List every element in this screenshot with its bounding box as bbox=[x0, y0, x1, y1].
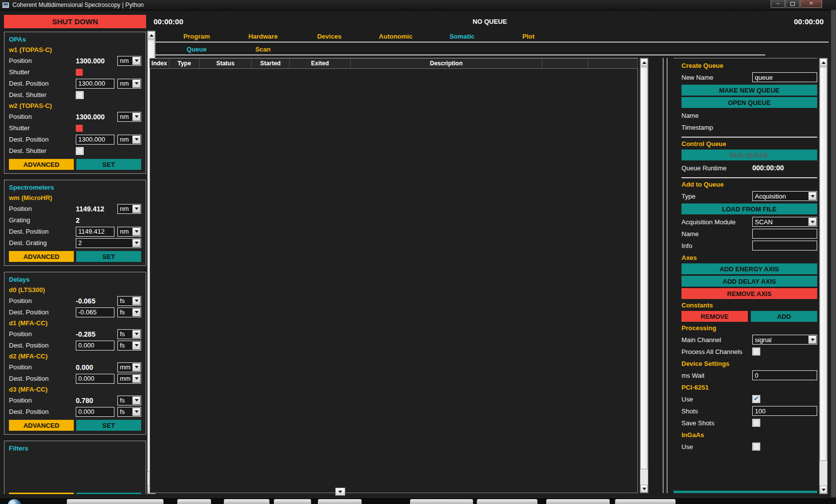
queue-table-body[interactable] bbox=[150, 69, 638, 493]
wm-microhr-dest-position-units-select[interactable]: nm bbox=[117, 227, 141, 237]
save-shots-checkbox[interactable] bbox=[752, 419, 760, 427]
spectrometers-set-button[interactable]: SET bbox=[76, 251, 141, 262]
d2-mfa-cc-position-units-select[interactable]: mm bbox=[117, 362, 141, 372]
tab-devices[interactable]: Devices bbox=[296, 31, 363, 42]
delays-advanced-button[interactable]: ADVANCED bbox=[9, 420, 74, 431]
main-channel-select[interactable]: signal bbox=[752, 335, 817, 345]
d0-lts300-position-units-select[interactable]: fs bbox=[117, 296, 141, 306]
chevron-down-icon[interactable] bbox=[132, 363, 140, 371]
d1-mfa-cc-dest-position-input[interactable] bbox=[76, 341, 114, 351]
column-header-description[interactable]: Description bbox=[351, 58, 542, 69]
d1-mfa-cc-dest-position-units-select[interactable]: fs bbox=[117, 341, 141, 351]
w1-topas-c-dest-position-units-select[interactable]: nm bbox=[117, 79, 141, 89]
use-checkbox[interactable] bbox=[752, 395, 760, 403]
restore-icon[interactable] bbox=[785, 0, 800, 8]
close-icon[interactable]: ✕ bbox=[800, 0, 822, 8]
column-header-exited[interactable]: Exited bbox=[290, 58, 351, 69]
taskbar-button[interactable] bbox=[546, 499, 610, 504]
w2-topas-c-dest-position-input[interactable] bbox=[76, 135, 114, 145]
w1-topas-c-dest-shutter-checkbox[interactable] bbox=[76, 91, 84, 99]
column-header-blank[interactable] bbox=[542, 58, 588, 69]
load-from-file-button[interactable]: LOAD FROM FILE bbox=[681, 203, 817, 214]
chevron-down-icon[interactable] bbox=[808, 192, 816, 200]
chevron-down-icon[interactable] bbox=[132, 205, 140, 213]
shots-input[interactable] bbox=[752, 406, 817, 416]
remove-button[interactable]: REMOVE bbox=[681, 311, 748, 322]
taskbar-button[interactable] bbox=[177, 499, 211, 504]
chevron-down-icon[interactable] bbox=[132, 57, 140, 65]
wm-microhr-position-units-select[interactable]: nm bbox=[117, 204, 141, 214]
tab-autonomic[interactable]: Autonomic bbox=[363, 31, 429, 42]
taskbar-button[interactable] bbox=[477, 499, 537, 504]
add-delay-axis-button[interactable]: ADD DELAY AXIS bbox=[681, 276, 817, 287]
column-header-status[interactable]: Status bbox=[200, 58, 252, 69]
column-header-started[interactable]: Started bbox=[252, 58, 290, 69]
chevron-down-icon[interactable] bbox=[808, 218, 816, 226]
make-new-queue-button[interactable]: MAKE NEW QUEUE bbox=[681, 85, 817, 96]
spectrometers-advanced-button[interactable]: ADVANCED bbox=[9, 251, 74, 262]
chevron-down-icon[interactable] bbox=[132, 80, 140, 88]
start-button[interactable] bbox=[7, 499, 22, 504]
new-name-input[interactable] bbox=[752, 72, 817, 82]
open-queue-button[interactable]: OPEN QUEUE bbox=[681, 97, 817, 108]
w1-topas-c-position-units-select[interactable]: nm bbox=[117, 56, 141, 66]
wm-microhr-dest-position-input[interactable] bbox=[76, 227, 114, 237]
chevron-down-icon[interactable] bbox=[132, 113, 140, 121]
d1-mfa-cc-position-units-select[interactable]: fs bbox=[117, 329, 141, 339]
scrollbar-down-button[interactable] bbox=[820, 486, 827, 494]
taskbar-button[interactable] bbox=[410, 499, 473, 504]
scrollbar-up-button[interactable] bbox=[640, 58, 648, 66]
w2-topas-c-position-units-select[interactable]: nm bbox=[117, 112, 141, 122]
name-input[interactable] bbox=[752, 229, 817, 239]
minimize-icon[interactable]: – bbox=[771, 0, 785, 8]
d2-mfa-cc-dest-position-input[interactable] bbox=[76, 374, 114, 384]
chevron-down-icon[interactable] bbox=[132, 342, 140, 350]
chevron-down-icon[interactable] bbox=[808, 336, 816, 344]
chevron-down-icon[interactable] bbox=[132, 308, 140, 316]
w2-topas-c-dest-shutter-checkbox[interactable] bbox=[76, 147, 84, 155]
column-header-type[interactable]: Type bbox=[169, 58, 200, 69]
tab-somatic[interactable]: Somatic bbox=[429, 31, 495, 42]
acquisition-module-select[interactable]: SCAN bbox=[752, 217, 817, 227]
column-header-index[interactable]: Index bbox=[150, 58, 169, 69]
subtab-queue[interactable]: Queue bbox=[163, 44, 230, 54]
d0-lts300-dest-position-input[interactable] bbox=[76, 307, 114, 317]
d0-lts300-dest-position-units-select[interactable]: fs bbox=[117, 307, 141, 317]
add-energy-axis-button[interactable]: ADD ENERGY AXIS bbox=[681, 263, 817, 274]
scrollbar-thumb[interactable] bbox=[640, 67, 648, 469]
wm-microhr-dest-grating-select[interactable]: 2 bbox=[76, 238, 141, 248]
d3-mfa-cc-position-units-select[interactable]: fs bbox=[117, 396, 141, 405]
info-input[interactable] bbox=[752, 241, 817, 251]
chevron-down-icon[interactable] bbox=[132, 297, 140, 305]
subtab-scan[interactable]: Scan bbox=[230, 44, 296, 54]
right-panel-scrollbar[interactable] bbox=[819, 58, 828, 494]
d3-mfa-cc-dest-position-input[interactable] bbox=[76, 407, 114, 417]
run-queue-button[interactable]: RUN QUEUE bbox=[681, 150, 817, 160]
queue-table-scrollbar[interactable] bbox=[640, 58, 648, 493]
chevron-down-icon[interactable] bbox=[132, 239, 140, 247]
taskbar-button[interactable] bbox=[615, 499, 676, 504]
chevron-down-icon[interactable] bbox=[132, 408, 140, 416]
chevron-down-icon[interactable] bbox=[132, 136, 140, 144]
delays-set-button[interactable]: SET bbox=[76, 420, 141, 431]
use-checkbox[interactable] bbox=[752, 443, 760, 451]
scrollbar-thumb[interactable] bbox=[820, 67, 827, 461]
d2-mfa-cc-dest-position-units-select[interactable]: mm bbox=[117, 374, 141, 384]
taskbar-button[interactable] bbox=[67, 499, 163, 504]
shut-down-button[interactable]: SHUT DOWN bbox=[4, 15, 146, 28]
process-all-channels-checkbox[interactable] bbox=[752, 348, 760, 355]
chevron-down-icon[interactable] bbox=[132, 397, 140, 404]
tab-plot[interactable]: Plot bbox=[495, 31, 562, 42]
w2-topas-c-dest-position-units-select[interactable]: nm bbox=[117, 135, 141, 145]
type-select[interactable]: Acquisition bbox=[752, 191, 817, 201]
add-button[interactable]: ADD bbox=[751, 311, 817, 322]
scrollbar-down-button[interactable] bbox=[640, 485, 648, 493]
column-header-blank[interactable] bbox=[588, 58, 638, 69]
opas-advanced-button[interactable]: ADVANCED bbox=[9, 159, 74, 170]
d3-mfa-cc-dest-position-units-select[interactable]: fs bbox=[117, 407, 141, 417]
w1-topas-c-dest-position-input[interactable] bbox=[76, 79, 114, 89]
remove-axis-button[interactable]: REMOVE AXIS bbox=[681, 288, 817, 299]
tab-program[interactable]: Program bbox=[163, 31, 230, 42]
taskbar-button[interactable] bbox=[318, 499, 362, 504]
chevron-down-icon[interactable] bbox=[132, 228, 140, 236]
